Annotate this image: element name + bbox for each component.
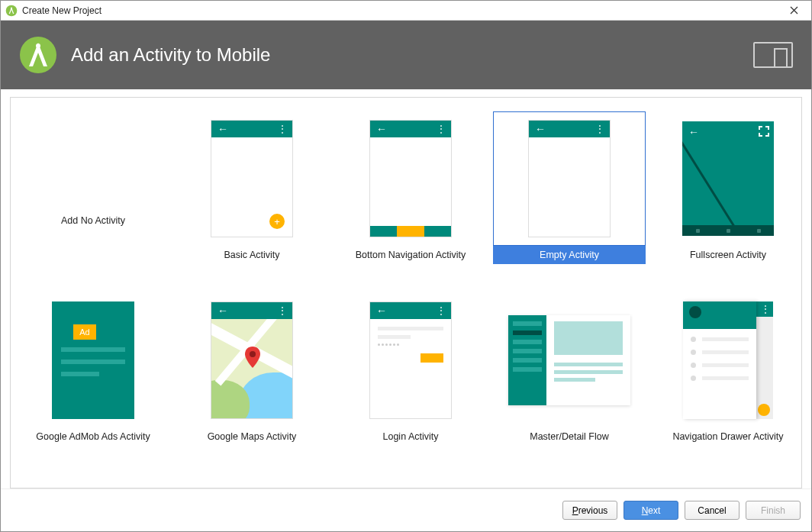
svg-point-2 [20,37,56,73]
template-basic-activity[interactable]: ← ⋮ + Basic Activity [172,105,331,287]
back-arrow-icon: ← [376,305,387,316]
window-title: Create New Project [22,5,781,16]
template-label: Master/Detail Flow [493,427,646,446]
android-studio-icon [5,5,18,17]
template-label: Empty Activity [493,246,646,264]
template-label: Google Maps Activity [176,427,328,446]
overflow-menu-icon: ⋮ [761,305,769,314]
overflow-menu-icon: ⋮ [595,124,604,134]
svg-point-3 [36,44,40,48]
template-thumbnail: ← ⋮ [334,111,487,246]
back-arrow-icon: ← [535,124,546,134]
template-grid: Add No Activity ← ⋮ + Basic Activity [14,105,798,446]
dialog-window: Create New Project Add an Activity to Mo… [0,0,812,532]
back-arrow-icon: ← [688,126,699,138]
fab-icon [758,404,770,416]
template-master-detail-flow[interactable]: Master/Detail Flow [490,287,649,446]
template-add-no-activity[interactable]: Add No Activity [14,105,172,287]
page-title: Add an Activity to Mobile [71,44,753,66]
template-thumbnail [493,293,646,427]
overflow-menu-icon: ⋮ [437,306,445,315]
template-google-maps-activity[interactable]: ← ⋮ Google Maps Activity [172,287,331,446]
template-label: Basic Activity [176,246,328,264]
fab-icon: + [269,214,285,229]
template-label: Fullscreen Activity [652,246,802,264]
template-admob-activity[interactable]: Ad Google AdMob Ads Activity [14,287,172,446]
finish-button: Finish [746,501,801,520]
template-thumbnail: Ad [17,293,169,427]
back-arrow-icon: ← [376,124,387,134]
template-thumbnail: ← ⋮ + [176,111,328,246]
template-navigation-drawer-activity[interactable]: ⋮ [649,287,802,446]
fullscreen-icon [759,126,769,137]
template-label: Bottom Navigation Activity [334,246,487,264]
template-thumbnail: ← [652,111,802,246]
titlebar: Create New Project [1,1,811,21]
template-label: Add No Activity [61,215,125,226]
template-thumbnail: ← ⋮ [334,293,487,427]
template-bottom-navigation[interactable]: ← ⋮ Bottom Navigation Activity [331,105,490,287]
template-label: Navigation Drawer Activity [652,427,802,446]
previous-button[interactable]: Previous [562,501,617,520]
svg-point-4 [250,351,256,357]
avatar-icon [689,306,701,318]
svg-point-0 [6,5,18,16]
content-area: Add No Activity ← ⋮ + Basic Activity [1,89,811,488]
map-pin-icon [245,347,260,368]
next-button[interactable]: Next [624,501,678,520]
android-studio-logo-icon [19,36,57,74]
template-panel: Add No Activity ← ⋮ + Basic Activity [10,97,802,488]
wizard-banner: Add an Activity to Mobile [1,21,811,89]
template-label: Login Activity [334,427,487,446]
overflow-menu-icon: ⋮ [278,306,286,315]
form-factor-icon [753,42,793,68]
ad-badge: Ad [73,324,96,340]
back-arrow-icon: ← [218,305,228,316]
template-thumbnail: ← ⋮ [493,111,646,246]
overflow-menu-icon: ⋮ [278,124,286,134]
back-arrow-icon: ← [218,124,228,134]
svg-point-1 [11,7,12,8]
wizard-footer: Previous Next Cancel Finish [1,488,811,531]
template-login-activity[interactable]: ← ⋮ Login Activity [331,287,490,446]
template-label: Google AdMob Ads Activity [17,427,169,446]
template-fullscreen-activity[interactable]: ← Fullscreen Activity [649,105,802,287]
template-thumbnail: ⋮ [652,293,802,427]
close-icon [790,6,798,15]
cancel-button[interactable]: Cancel [685,501,740,520]
template-thumbnail: ← ⋮ [176,293,328,427]
close-button[interactable] [781,2,807,19]
overflow-menu-icon: ⋮ [437,124,445,134]
template-empty-activity[interactable]: ← ⋮ Empty Activity [490,105,649,287]
